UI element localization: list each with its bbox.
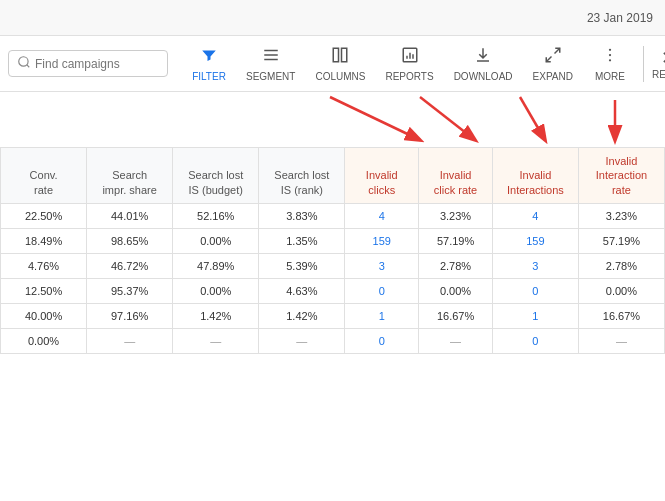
col-invalid-click-rate: Invalidclick rate [419, 148, 493, 204]
more-label: MORE [595, 71, 625, 82]
svg-point-0 [19, 57, 28, 66]
cell-invalid_clicks: 159 [345, 228, 419, 253]
cell-search_lost_budget: 0.00% [173, 228, 259, 253]
expand-icon [543, 46, 563, 69]
cell-search_impr: 95.37% [87, 278, 173, 303]
svg-point-13 [609, 48, 611, 50]
cell-invalid_interaction_rate: 2.78% [578, 253, 664, 278]
table-wrapper: Conv.rate Searchimpr. share Search lostI… [0, 147, 665, 354]
cell-invalid_click_rate: 2.78% [419, 253, 493, 278]
cell-search_impr: 46.72% [87, 253, 173, 278]
search-box[interactable] [8, 50, 168, 77]
cell-search_lost_rank: 1.35% [259, 228, 345, 253]
cell-invalid_interaction_rate: 16.67% [578, 303, 664, 328]
cell-invalid_click_rate: 3.23% [419, 203, 493, 228]
cell-search_lost_budget: 52.16% [173, 203, 259, 228]
reports-label: REPORTS [385, 71, 433, 82]
cell-search_impr: 98.65% [87, 228, 173, 253]
toolbar-actions: FILTER SEGMENT COLUMNS [184, 42, 665, 86]
cell-invalid_click_rate: 57.19% [419, 228, 493, 253]
table-row: 40.00%97.16%1.42%1.42%116.67%116.67% [1, 303, 665, 328]
toolbar-divider [643, 46, 644, 82]
filter-button[interactable]: FILTER [184, 42, 234, 86]
col-search-lost-rank: Search lostIS (rank) [259, 148, 345, 204]
columns-label: COLUMNS [315, 71, 365, 82]
reset-label: RESET [652, 69, 665, 80]
cell-invalid_clicks: 3 [345, 253, 419, 278]
filter-label: FILTER [192, 71, 226, 82]
search-input[interactable] [35, 57, 165, 71]
cell-invalid_interaction_rate: 0.00% [578, 278, 664, 303]
segment-button[interactable]: SEGMENT [238, 42, 303, 86]
top-bar: 23 Jan 2019 [0, 0, 665, 36]
cell-invalid_interactions: 159 [492, 228, 578, 253]
cell-invalid_clicks: 4 [345, 203, 419, 228]
reports-button[interactable]: REPORTS [377, 42, 441, 86]
cell-invalid_click_rate: 0.00% [419, 278, 493, 303]
cell-invalid_interactions: 3 [492, 253, 578, 278]
cell-search_impr: — [87, 328, 173, 353]
cell-search_lost_rank: 4.63% [259, 278, 345, 303]
table-body: 22.50%44.01%52.16%3.83%43.23%43.23%18.49… [1, 203, 665, 353]
table-row: 0.00%———0—0— [1, 328, 665, 353]
cell-search_impr: 44.01% [87, 203, 173, 228]
svg-line-19 [520, 97, 545, 140]
columns-icon [330, 46, 350, 69]
cell-search_lost_rank: 3.83% [259, 203, 345, 228]
cell-search_lost_rank: 5.39% [259, 253, 345, 278]
reports-icon [400, 46, 420, 69]
cell-invalid_interaction_rate: 3.23% [578, 203, 664, 228]
svg-line-12 [546, 56, 551, 61]
col-search-impr: Searchimpr. share [87, 148, 173, 204]
table-row: 12.50%95.37%0.00%4.63%00.00%00.00% [1, 278, 665, 303]
table-row: 22.50%44.01%52.16%3.83%43.23%43.23% [1, 203, 665, 228]
cell-invalid_clicks: 0 [345, 328, 419, 353]
toolbar: FILTER SEGMENT COLUMNS [0, 36, 665, 92]
table-header-row: Conv.rate Searchimpr. share Search lostI… [1, 148, 665, 204]
cell-invalid_interactions: 0 [492, 328, 578, 353]
filter-icon [199, 46, 219, 69]
col-invalid-interaction-rate: InvalidInteractionrate [578, 148, 664, 204]
close-icon: ✕ [661, 47, 665, 69]
col-search-lost-budget: Search lostIS (budget) [173, 148, 259, 204]
segment-label: SEGMENT [246, 71, 295, 82]
cell-search_lost_budget: 1.42% [173, 303, 259, 328]
arrows-svg [0, 92, 665, 147]
cell-invalid_interactions: 4 [492, 203, 578, 228]
col-conv-rate: Conv.rate [1, 148, 87, 204]
segment-icon [261, 46, 281, 69]
expand-label: EXPAND [533, 71, 573, 82]
cell-search_lost_budget: 0.00% [173, 278, 259, 303]
cell-invalid_interactions: 0 [492, 278, 578, 303]
svg-point-14 [609, 53, 611, 55]
download-button[interactable]: DOWNLOAD [446, 42, 521, 86]
table-row: 18.49%98.65%0.00%1.35%15957.19%15957.19% [1, 228, 665, 253]
cell-search_impr: 97.16% [87, 303, 173, 328]
download-icon [473, 46, 493, 69]
cell-search_lost_budget: — [173, 328, 259, 353]
columns-button[interactable]: COLUMNS [307, 42, 373, 86]
cell-invalid_clicks: 0 [345, 278, 419, 303]
svg-rect-5 [334, 48, 339, 62]
svg-line-17 [330, 97, 420, 140]
cell-conv_rate: 12.50% [1, 278, 87, 303]
search-icon [17, 55, 31, 72]
expand-button[interactable]: EXPAND [525, 42, 581, 86]
cell-conv_rate: 22.50% [1, 203, 87, 228]
svg-line-1 [27, 65, 30, 68]
more-button[interactable]: MORE [585, 42, 635, 86]
cell-search_lost_budget: 47.89% [173, 253, 259, 278]
reset-button[interactable]: ✕ RESET [652, 47, 665, 80]
svg-rect-6 [342, 48, 347, 62]
col-invalid-interactions: InvalidInteractions [492, 148, 578, 204]
cell-invalid_clicks: 1 [345, 303, 419, 328]
arrows-container [0, 92, 665, 147]
more-icon [600, 46, 620, 69]
download-label: DOWNLOAD [454, 71, 513, 82]
svg-line-11 [554, 48, 559, 53]
cell-invalid_click_rate: 16.67% [419, 303, 493, 328]
cell-conv_rate: 40.00% [1, 303, 87, 328]
main-table: Conv.rate Searchimpr. share Search lostI… [0, 147, 665, 354]
cell-search_lost_rank: 1.42% [259, 303, 345, 328]
table-row: 4.76%46.72%47.89%5.39%32.78%32.78% [1, 253, 665, 278]
